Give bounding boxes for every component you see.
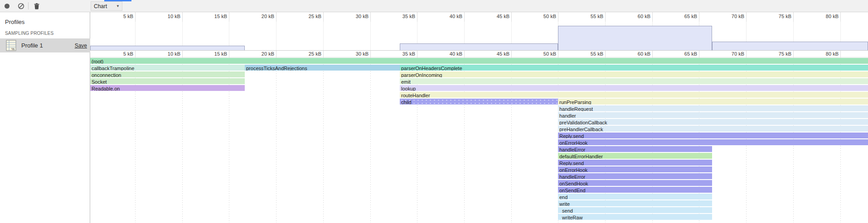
flame-bar-label: preValidationCallback (558, 120, 607, 125)
ruler-tick-label: 25 kB (296, 51, 321, 57)
memory-ruler-bottom: 5 kB10 kB15 kB20 kB25 kB30 kB35 kB40 kB4… (90, 51, 868, 57)
ruler-gridline (840, 12, 841, 22)
flame-bar-label: Reply.send (558, 161, 584, 166)
flame-bar-onerrorhook[interactable]: onErrorHook (558, 166, 712, 172)
ruler-tick-label: 80 kB (813, 14, 839, 19)
ruler-tick-label: 65 kB (672, 51, 697, 57)
flame-bar-label: onSendEnd (558, 188, 586, 193)
ruler-tick-label: 40 kB (437, 51, 462, 57)
profile-item[interactable]: % Profile 1 Save (0, 38, 90, 52)
ruler-tick-label: 60 kB (625, 51, 650, 57)
ruler-gridline (746, 51, 747, 57)
clear-icon[interactable] (17, 2, 25, 10)
ruler-tick-label: 45 kB (484, 51, 509, 57)
flame-bar-reply-send[interactable]: Reply.send (558, 133, 868, 138)
flame-bar-handlerequest[interactable]: handleRequest (558, 105, 868, 111)
flame-bar-parseronincoming[interactable]: parserOnIncoming (400, 71, 868, 77)
flame-bar-write[interactable]: write_ (558, 200, 712, 206)
profile-icon: % (6, 40, 16, 51)
flame-bar-label: callbackTrampoline (90, 66, 134, 71)
ruler-tick-label: 35 kB (390, 51, 415, 57)
overview-step[interactable] (558, 26, 712, 50)
flame-bar-handleerror[interactable]: handleError (558, 173, 712, 179)
flame-bar-parseronheaderscomplete[interactable]: parserOnHeadersComplete (400, 65, 868, 71)
flame-bar-label: handleError (558, 147, 585, 152)
sampling-profiles-header: SAMPLING PROFILES (5, 31, 53, 36)
flame-bar-emit[interactable]: emit (400, 78, 868, 84)
ruler-tick-label: 50 kB (531, 14, 556, 19)
ruler-gridline (323, 12, 324, 22)
ruler-gridline (276, 12, 276, 22)
ruler-tick-label: 15 kB (202, 14, 227, 19)
ruler-gridline (135, 12, 136, 22)
flame-bar-socket[interactable]: Socket (90, 78, 245, 84)
ruler-tick-label: 60 kB (625, 14, 650, 19)
flame-bar-routehandler[interactable]: routeHandler (400, 92, 868, 98)
flame-gridline (276, 57, 276, 223)
flame-bar-label: emit (400, 79, 411, 84)
flame-bar-defaulterrorhandler[interactable]: defaultErrorHandler (558, 153, 712, 159)
flame-bar-onsendend[interactable]: onSendEnd (558, 187, 712, 193)
ruler-gridline (135, 51, 136, 57)
ruler-gridline (276, 51, 276, 57)
flame-bar-label: handleError (558, 174, 585, 179)
flame-bar-callbacktrampoline[interactable]: callbackTrampoline (90, 65, 245, 71)
flame-gridline (323, 57, 324, 223)
ruler-tick-label: 40 kB (437, 14, 462, 19)
flame-bar-runpreparsing[interactable]: runPreParsing (558, 99, 868, 104)
view-mode-select[interactable]: Chart ▼ (91, 1, 122, 11)
profiler-window: Chart ▼ Profiles SAMPLING PROFILES % Pro… (0, 0, 868, 223)
ruler-gridline (605, 12, 606, 22)
ruler-gridline (229, 12, 229, 22)
flame-gridline (370, 57, 371, 223)
ruler-gridline (793, 12, 794, 22)
allocation-overview[interactable] (90, 22, 868, 51)
ruler-gridline (840, 51, 841, 57)
ruler-tick-label: 55 kB (578, 51, 603, 57)
save-link[interactable]: Save (75, 43, 87, 49)
sidebar: Profiles SAMPLING PROFILES % Profile 1 S… (0, 12, 90, 223)
flame-bar-lookup[interactable]: lookup (400, 85, 868, 91)
ruler-gridline (511, 51, 512, 57)
ruler-gridline (464, 12, 465, 22)
flame-bar-prevalidationcallback[interactable]: preValidationCallback (558, 119, 868, 125)
svg-text:%: % (11, 47, 15, 51)
flame-bar-handler[interactable]: handler (558, 112, 868, 118)
flame-bar-end[interactable]: end (558, 194, 712, 199)
overview-step[interactable] (90, 46, 245, 50)
flame-bar-label: child (400, 100, 412, 104)
ruler-gridline (652, 12, 653, 22)
flame-bar-root[interactable]: (root) (90, 58, 868, 64)
flame-bar-writeraw[interactable]: _writeRaw (558, 214, 712, 220)
flame-bar-onconnection[interactable]: onconnection (90, 71, 245, 77)
overview-step[interactable] (400, 43, 558, 50)
flame-bar-send[interactable]: _send (558, 207, 712, 213)
flame-bar-label: write_ (558, 201, 572, 206)
ruler-tick-label: 35 kB (390, 14, 415, 19)
flame-bar-label: handler (558, 113, 576, 118)
ruler-gridline (464, 51, 465, 57)
sidebar-title: Profiles (5, 19, 24, 25)
flame-bar-reply-send[interactable]: Reply.send (558, 160, 712, 166)
ruler-gridline (417, 51, 417, 57)
trash-icon[interactable] (33, 2, 40, 10)
flame-bar-prehandlercallback[interactable]: preHandlerCallback (558, 126, 868, 132)
flame-bar-onsendhook[interactable]: onSendHook (558, 180, 712, 186)
ruler-tick-label: 20 kB (249, 51, 274, 57)
flame-bar-label: Readable.on (90, 86, 120, 91)
ruler-tick-label: 65 kB (672, 14, 697, 19)
flame-bar-onerrorhook[interactable]: onErrorHook (558, 139, 868, 145)
ruler-gridline (652, 51, 653, 57)
flame-bar-label: processTicksAndRejections (245, 66, 307, 71)
record-icon[interactable] (3, 2, 11, 10)
ruler-tick-label: 5 kB (108, 14, 133, 19)
overview-step[interactable] (712, 42, 868, 50)
flame-bar-child[interactable]: child (400, 99, 558, 104)
profile-name: Profile 1 (21, 42, 43, 49)
ruler-gridline (558, 51, 558, 57)
flame-bar-readable-on[interactable]: Readable.on (90, 85, 245, 91)
ruler-tick-label: 70 kB (719, 14, 744, 19)
memory-ruler-top: 5 kB10 kB15 kB20 kB25 kB30 kB35 kB40 kB4… (90, 12, 868, 22)
flame-bar-handleerror[interactable]: handleError (558, 146, 712, 152)
flame-bar-processticksandrejections[interactable]: processTicksAndRejections (245, 65, 400, 71)
